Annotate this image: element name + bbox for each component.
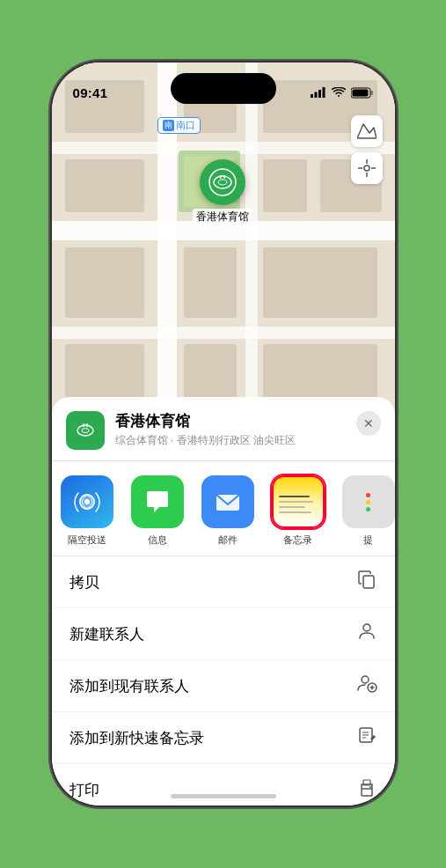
map-svg (52, 63, 395, 432)
quick-note-icon (356, 725, 377, 751)
action-quick-note[interactable]: 添加到新快速备忘录 (52, 712, 395, 764)
svg-rect-42 (86, 423, 88, 427)
svg-rect-2 (318, 90, 321, 98)
svg-rect-46 (363, 576, 374, 588)
svg-rect-3 (322, 87, 325, 98)
close-button[interactable]: ✕ (356, 411, 381, 436)
svg-rect-23 (263, 247, 377, 318)
phone-screen: 09:41 (52, 63, 395, 805)
share-item-notes[interactable]: 备忘录 (263, 475, 333, 547)
map-controls[interactable] (351, 115, 383, 189)
action-copy[interactable]: 拷贝 (52, 556, 395, 608)
svg-rect-21 (65, 247, 144, 318)
action-copy-label: 拷贝 (69, 572, 99, 592)
status-time: 09:41 (73, 85, 108, 100)
share-item-more[interactable]: 提 (333, 475, 395, 547)
add-contact-icon (356, 673, 377, 699)
venue-avatar (66, 411, 105, 450)
svg-rect-30 (220, 175, 222, 179)
map-area: 南 南口 香港体育馆 (52, 63, 395, 432)
action-new-contact[interactable]: 新建联系人 (52, 608, 395, 660)
svg-point-48 (362, 676, 369, 683)
share-item-messages[interactable]: 信息 (122, 475, 193, 547)
pin-circle-icon (200, 159, 245, 205)
svg-point-33 (364, 166, 369, 171)
dot-red (366, 493, 370, 497)
venue-pin: 香港体育馆 (193, 159, 252, 225)
svg-point-44 (84, 499, 90, 504)
svg-rect-41 (83, 423, 84, 427)
airdrop-label: 隔空投送 (68, 533, 106, 547)
notes-label: 备忘录 (283, 533, 312, 547)
svg-rect-5 (370, 91, 373, 95)
svg-marker-32 (357, 124, 377, 138)
mail-label: 邮件 (218, 533, 238, 547)
svg-rect-0 (311, 94, 313, 98)
messages-icon (131, 475, 184, 528)
venue-subtitle: 综合体育馆 · 香港特别行政区 油尖旺区 (115, 433, 346, 448)
gate-prefix: 南 (163, 120, 174, 131)
svg-rect-22 (184, 247, 237, 318)
svg-rect-14 (65, 159, 144, 212)
svg-rect-11 (245, 63, 258, 432)
venue-name: 香港体育馆 (115, 411, 346, 431)
dynamic-island (171, 73, 276, 104)
wifi-icon (332, 87, 346, 98)
pin-label: 香港体育馆 (193, 209, 252, 225)
location-button[interactable] (351, 152, 383, 184)
dot-green (366, 507, 370, 511)
svg-rect-6 (352, 89, 368, 96)
venue-info: 香港体育馆 综合体育馆 · 香港特别行政区 油尖旺区 (115, 411, 346, 448)
mail-icon (201, 475, 254, 528)
dot-yellow (366, 500, 370, 504)
share-row: 隔空投送 信息 (52, 461, 395, 555)
battery-icon (351, 87, 374, 99)
svg-rect-1 (314, 92, 317, 99)
action-quick-note-label: 添加到新快速备忘录 (69, 728, 204, 748)
svg-rect-56 (362, 789, 372, 796)
action-print[interactable]: 打印 (52, 764, 395, 805)
svg-rect-31 (223, 175, 225, 179)
signal-icon (311, 87, 326, 98)
svg-rect-19 (263, 159, 307, 212)
location-icon (358, 159, 376, 177)
gate-text: 南口 (176, 119, 195, 132)
status-icons (311, 87, 374, 99)
airdrop-icon (61, 475, 113, 528)
svg-point-47 (363, 624, 370, 631)
stadium-icon (208, 167, 238, 197)
print-icon (356, 776, 377, 803)
south-gate-label: 南 南口 (157, 117, 201, 134)
copy-icon (356, 569, 377, 595)
map-type-button[interactable] (351, 115, 383, 147)
share-item-mail[interactable]: 邮件 (193, 475, 263, 547)
venue-header: 香港体育馆 综合体育馆 · 香港特别行政区 油尖旺区 ✕ (52, 397, 395, 461)
svg-point-58 (369, 786, 371, 788)
more-icon (342, 475, 395, 528)
share-item-airdrop[interactable]: 隔空投送 (52, 475, 122, 547)
action-add-contact[interactable]: 添加到现有联系人 (52, 660, 395, 712)
home-indicator (171, 794, 276, 798)
venue-stadium-icon (72, 417, 99, 444)
map-type-icon (357, 122, 377, 140)
svg-rect-12 (52, 327, 395, 339)
action-add-contact-label: 添加到现有联系人 (69, 676, 189, 696)
action-new-contact-label: 新建联系人 (69, 624, 144, 644)
action-print-label: 打印 (69, 780, 99, 800)
new-contact-icon (356, 621, 377, 647)
messages-label: 信息 (148, 533, 167, 547)
phone-frame: 09:41 (52, 63, 395, 805)
bottom-sheet: 香港体育馆 综合体育馆 · 香港特别行政区 油尖旺区 ✕ (52, 397, 395, 805)
notes-icon (272, 475, 325, 528)
more-label: 提 (363, 533, 373, 547)
action-list: 拷贝 新建联系人 (52, 555, 395, 805)
